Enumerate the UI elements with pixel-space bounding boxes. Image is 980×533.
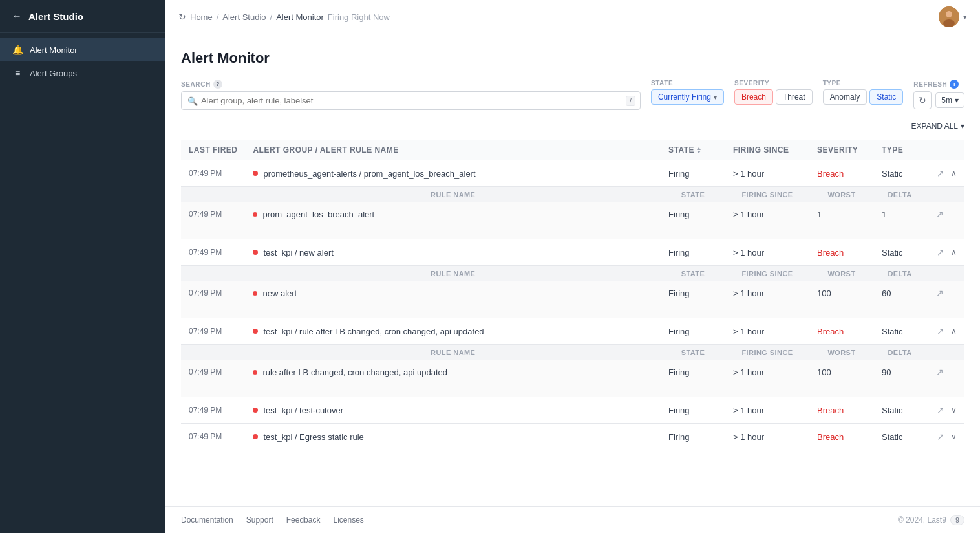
- sub-spacer-row: [181, 305, 964, 319]
- type-static-label: Static: [877, 92, 896, 102]
- breadcrumb-sep2: /: [270, 12, 273, 22]
- collapse-icon[interactable]: ∧: [951, 327, 957, 336]
- firing-since-cell: > 1 hour: [725, 160, 809, 187]
- type-static-tag[interactable]: Static: [869, 89, 903, 105]
- type-cell: Static: [874, 160, 926, 187]
- sub-firing-dot: [253, 370, 257, 375]
- alert-name-text: test_kpi / new alert: [263, 248, 333, 257]
- footer-feedback-link[interactable]: Feedback: [286, 516, 321, 525]
- type-label: TYPE: [823, 80, 904, 87]
- table-row: 07:49 PM test_kpi / Egress static rule F…: [181, 424, 964, 450]
- refresh-interval-value: 5m: [941, 96, 952, 105]
- sub-worst-cell: 100: [809, 360, 874, 384]
- state-cell: Firing: [661, 239, 725, 266]
- collapse-icon[interactable]: ∧: [951, 248, 957, 257]
- sub-th-rule-name: Rule Name: [245, 187, 661, 203]
- alert-name-text: test_kpi / Egress static rule: [263, 432, 363, 442]
- sub-spacer-row: [181, 226, 964, 240]
- collapse-icon[interactable]: ∧: [951, 169, 957, 178]
- footer-links: Documentation Support Feedback Licenses: [181, 516, 364, 525]
- sub-external-link-icon[interactable]: ↗: [933, 365, 946, 378]
- type-cell: Static: [874, 239, 926, 266]
- alert-table: Last Fired Alert Group / Alert Rule Name…: [181, 140, 964, 450]
- severity-breach-tag[interactable]: Breach: [734, 89, 773, 105]
- severity-cell: Breach: [809, 318, 874, 345]
- expand-icon[interactable]: ∨: [951, 406, 957, 415]
- external-link-icon[interactable]: ↗: [934, 246, 947, 259]
- expand-all-button[interactable]: EXPAND ALL ▾: [911, 122, 964, 131]
- user-chevron-icon: ▾: [963, 13, 967, 21]
- name-cell: test_kpi / new alert: [245, 239, 661, 266]
- state-cell: Firing: [661, 160, 725, 187]
- footer-licenses-link[interactable]: Licenses: [333, 516, 363, 525]
- sub-row: 07:49 PM rule after LB changed, cron cha…: [181, 360, 964, 384]
- firing-dot: [253, 329, 258, 334]
- footer-right: © 2024, Last9 9: [898, 515, 964, 525]
- sort-icon: [697, 147, 701, 153]
- avatar[interactable]: [939, 6, 959, 27]
- breadcrumb-studio[interactable]: Alert Studio: [222, 12, 266, 22]
- sub-th-firing-since: Firing Since: [725, 345, 809, 361]
- breadcrumb-home[interactable]: Home: [190, 12, 213, 22]
- search-help-icon[interactable]: ?: [213, 80, 222, 89]
- back-arrow-icon: ←: [12, 10, 22, 22]
- footer-documentation-link[interactable]: Documentation: [181, 516, 233, 525]
- state-cell: Firing: [661, 318, 725, 345]
- sub-th-state: State: [661, 187, 725, 203]
- sub-state-cell: Firing: [661, 281, 725, 305]
- type-anomaly-tag[interactable]: Anomaly: [823, 89, 868, 105]
- search-input[interactable]: [181, 91, 641, 110]
- alert-name-text: test_kpi / rule after LB changed, cron c…: [263, 327, 484, 336]
- expand-all-icon: ▾: [961, 122, 964, 131]
- external-link-icon[interactable]: ↗: [934, 430, 947, 443]
- type-filters: Anomaly Static: [823, 89, 904, 105]
- sidebar-item-alert-groups[interactable]: ≡ Alert Groups: [0, 61, 165, 85]
- user-section[interactable]: ▾: [939, 6, 967, 27]
- sidebar-nav: 🔔 Alert Monitor ≡ Alert Groups: [0, 33, 165, 90]
- sub-th-rule-name: Rule Name: [245, 345, 661, 361]
- refresh-info-icon[interactable]: i: [950, 80, 959, 89]
- external-link-icon[interactable]: ↗: [934, 404, 947, 417]
- actions-cell: ↗ ∨: [926, 397, 964, 424]
- topbar: ↻ Home / Alert Studio / Alert Monitor Fi…: [165, 0, 980, 34]
- main-content: ↻ Home / Alert Studio / Alert Monitor Fi…: [165, 0, 980, 533]
- expand-icon[interactable]: ∨: [951, 432, 957, 441]
- external-link-icon[interactable]: ↗: [934, 167, 947, 180]
- severity-label: SEVERITY: [734, 80, 813, 87]
- severity-cell: Breach: [809, 239, 874, 266]
- sub-delta-cell: 60: [874, 281, 926, 305]
- bell-icon: 🔔: [12, 45, 23, 55]
- table-row: 07:49 PM test_kpi / new alert Firing > 1…: [181, 239, 964, 266]
- sidebar-item-alert-monitor[interactable]: 🔔 Alert Monitor: [0, 38, 165, 61]
- footer-support-link[interactable]: Support: [246, 516, 273, 525]
- refresh-interval-chevron: ▾: [955, 96, 959, 105]
- sidebar-back-button[interactable]: ← Alert Studio: [0, 0, 165, 33]
- state-filter[interactable]: Currently Firing ▾: [651, 89, 724, 105]
- sidebar-item-label: Alert Groups: [30, 69, 77, 78]
- sub-th-delta: Delta: [874, 187, 926, 203]
- firing-since-cell: > 1 hour: [725, 239, 809, 266]
- th-actions: [926, 140, 964, 160]
- sidebar: ← Alert Studio 🔔 Alert Monitor ≡ Alert G…: [0, 0, 165, 533]
- type-anomaly-label: Anomaly: [830, 92, 860, 102]
- sub-external-link-icon[interactable]: ↗: [933, 287, 946, 299]
- state-cell: Firing: [661, 397, 725, 424]
- severity-threat-tag[interactable]: Threat: [776, 89, 813, 105]
- sub-row: 07:49 PM prom_agent_los_breach_alert Fir…: [181, 202, 964, 226]
- search-label: SEARCH: [181, 81, 211, 88]
- external-link-icon[interactable]: ↗: [934, 325, 947, 338]
- sub-external-link-icon[interactable]: ↗: [933, 208, 946, 221]
- type-cell: Static: [874, 424, 926, 450]
- content-area: Alert Monitor SEARCH ? 🔍 / STATE Curre: [165, 34, 980, 506]
- refresh-button[interactable]: ↻: [913, 91, 932, 109]
- sub-firing-dot: [253, 291, 257, 296]
- refresh-interval-selector[interactable]: 5m ▾: [935, 92, 964, 108]
- sub-header-row: Rule Name State Firing Since Worst Delta: [181, 345, 964, 361]
- sub-th-firing-since: Firing Since: [725, 266, 809, 282]
- th-state[interactable]: State: [661, 140, 725, 160]
- sub-th-delta: Delta: [874, 266, 926, 282]
- refresh-icon: ↻: [178, 12, 186, 22]
- type-cell: Static: [874, 318, 926, 345]
- severity-cell: Breach: [809, 160, 874, 187]
- refresh-label: REFRESH: [913, 81, 947, 88]
